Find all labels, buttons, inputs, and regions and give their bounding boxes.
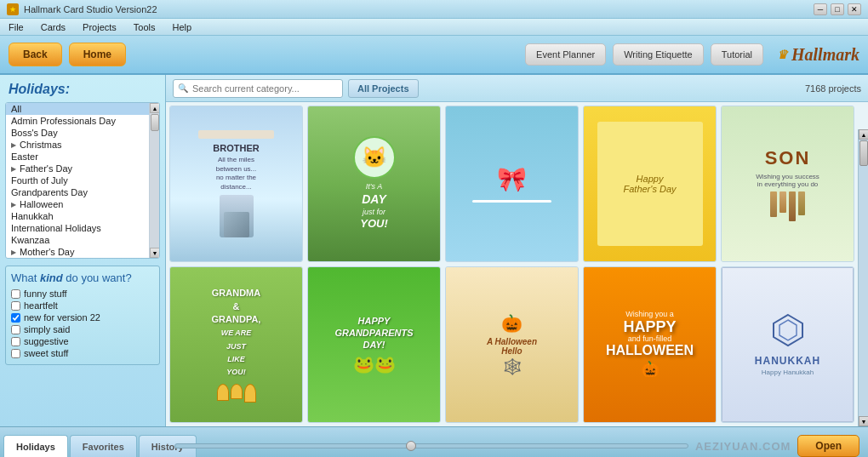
content-area: 🔍 All Projects 7168 projects BROTHER All… xyxy=(166,75,868,426)
hallmark-logo-text: Hallmark xyxy=(791,45,859,65)
sidebar-scrollbar: ▲ ▼ xyxy=(149,103,159,258)
card-visual-7: HAPPYGRANDPARENTSDAY! 🐸🐸 xyxy=(308,267,440,422)
event-planner-button[interactable]: Event Planner xyxy=(525,43,606,66)
scroll-down-button[interactable]: ▼ xyxy=(859,416,868,426)
search-wrapper: 🔍 xyxy=(173,79,343,98)
kind-item-suggestive[interactable]: suggestive xyxy=(11,335,154,347)
kind-item-new[interactable]: new for version 22 xyxy=(11,311,154,323)
card-item[interactable]: HANUKKAH Happy Hanukkah xyxy=(721,266,854,423)
menu-cards[interactable]: Cards xyxy=(37,20,69,34)
back-button[interactable]: Back xyxy=(9,43,62,66)
sidebar-item-mothers-day[interactable]: ▶Mother's Day xyxy=(6,246,149,258)
statusbar: AEZIYUAN.COM Open xyxy=(166,435,868,457)
scroll-up-button[interactable]: ▲ xyxy=(859,129,868,140)
sidebar-item-fathers-day[interactable]: ▶Father's Day xyxy=(6,163,149,174)
minimize-button[interactable]: ─ xyxy=(814,3,827,15)
project-count: 7168 projects xyxy=(805,83,861,94)
card-item[interactable]: 🐱 It's A DAY just for YOU! xyxy=(307,106,441,262)
tab-favorites[interactable]: Favorites xyxy=(70,435,137,457)
sidebar-item-hanukkah[interactable]: Hanukkah xyxy=(6,210,149,222)
arrow-icon: ▶ xyxy=(11,141,16,149)
menu-help[interactable]: Help xyxy=(169,20,196,34)
card-visual-6: GRANDMA&GRANDPA,WE AREJUSTLIKEYOU! xyxy=(170,267,302,422)
kind-item-heartfelt[interactable]: heartfelt xyxy=(11,300,154,311)
toolbar-right: Event Planner Writing Etiquette Tutorial… xyxy=(525,43,859,66)
card-item[interactable]: 🎃 A HalloweenHello 🕸️ xyxy=(445,266,579,423)
menu-tools[interactable]: Tools xyxy=(130,20,159,34)
arrow-icon: ▶ xyxy=(11,248,16,256)
toolbar: Back Home Event Planner Writing Etiquett… xyxy=(0,36,868,75)
kind-item-simply[interactable]: simply said xyxy=(11,323,154,335)
sidebar-title: Holidays: xyxy=(5,82,160,97)
bottom-bar: Holidays Favorites History AEZIYUAN.COM … xyxy=(0,426,868,457)
sidebar-item-kwanzaa[interactable]: Kwanzaa xyxy=(6,234,149,246)
sidebar-item-all[interactable]: All xyxy=(6,103,149,115)
simply-checkbox[interactable] xyxy=(11,325,20,334)
sidebar-item-christmas[interactable]: ▶Christmas xyxy=(6,139,149,151)
menubar: File Cards Projects Tools Help xyxy=(0,19,868,36)
new-checkbox[interactable] xyxy=(11,313,20,323)
scroll-up-button[interactable]: ▲ xyxy=(150,103,160,113)
tutorial-button[interactable]: Tutorial xyxy=(711,43,763,66)
card-item[interactable]: HAPPYGRANDPARENTSDAY! 🐸🐸 xyxy=(307,266,441,423)
sidebar-item-admin[interactable]: Admin Professionals Day xyxy=(6,115,149,127)
watermark-text: AEZIYUAN.COM xyxy=(695,440,791,453)
card-item[interactable]: HappyFather's Day xyxy=(583,106,717,262)
writing-etiquette-button[interactable]: Writing Etiquette xyxy=(613,43,704,66)
titlebar: ★ Hallmark Card Studio Version22 ─ □ ✕ xyxy=(0,0,868,19)
card-item[interactable]: Wishing you a HAPPY and fun-filled HALLO… xyxy=(583,266,717,423)
funny-checkbox[interactable] xyxy=(11,289,20,299)
hallmark-logo: ♛ Hallmark xyxy=(777,45,859,65)
sidebar-item-international[interactable]: International Holidays xyxy=(6,222,149,234)
sidebar-item-halloween[interactable]: ▶Halloween xyxy=(6,198,149,210)
scroll-thumb[interactable] xyxy=(859,140,868,166)
kind-section: What kind do you want? funny stuff heart… xyxy=(5,266,160,365)
close-button[interactable]: ✕ xyxy=(848,3,861,15)
menu-projects[interactable]: Projects xyxy=(79,20,120,34)
sidebar-list: All Admin Professionals Day Boss's Day ▶… xyxy=(6,103,159,258)
card-visual-4: HappyFather's Day xyxy=(584,106,716,261)
kind-title: What kind do you want? xyxy=(11,271,154,284)
app-title: Hallmark Card Studio Version22 xyxy=(24,4,157,14)
open-button[interactable]: Open xyxy=(797,435,859,457)
card-visual-1: BROTHER All the milesbetween us...no mat… xyxy=(170,106,302,261)
progress-thumb[interactable] xyxy=(406,441,416,451)
card-visual-3: 🎀 xyxy=(446,106,578,261)
sidebar-item-fourth-of-july[interactable]: Fourth of July xyxy=(6,174,149,186)
suggestive-checkbox[interactable] xyxy=(11,337,20,346)
filter-button[interactable]: All Projects xyxy=(348,79,419,98)
menu-file[interactable]: File xyxy=(5,20,27,34)
kind-item-sweet[interactable]: sweet stuff xyxy=(11,347,154,359)
card-item[interactable]: SON Wishing you successin everything you… xyxy=(721,106,854,262)
hallmark-crown-icon: ♛ xyxy=(777,48,788,61)
kind-item-funny[interactable]: funny stuff xyxy=(11,288,154,300)
card-item[interactable]: GRANDMA&GRANDPA,WE AREJUSTLIKEYOU! xyxy=(169,266,303,423)
search-input[interactable] xyxy=(173,79,343,98)
card-visual-2: 🐱 It's A DAY just for YOU! xyxy=(308,106,440,261)
home-button[interactable]: Home xyxy=(69,43,126,66)
card-item[interactable]: 🎀 xyxy=(445,106,579,262)
sidebar-list-wrapper: All Admin Professionals Day Boss's Day ▶… xyxy=(5,102,160,259)
scroll-track xyxy=(150,113,159,248)
scroll-down-button[interactable]: ▼ xyxy=(150,248,160,258)
sweet-checkbox[interactable] xyxy=(11,349,20,358)
app-icon: ★ xyxy=(7,3,19,15)
scroll-thumb[interactable] xyxy=(151,114,159,131)
tab-holidays[interactable]: Holidays xyxy=(3,435,68,457)
titlebar-left: ★ Hallmark Card Studio Version22 xyxy=(7,3,157,15)
sidebar-item-grandparents[interactable]: Grandparents Day xyxy=(6,186,149,198)
maximize-button[interactable]: □ xyxy=(831,3,844,15)
main-area: Holidays: All Admin Professionals Day Bo… xyxy=(0,75,868,426)
arrow-icon: ▶ xyxy=(11,165,16,173)
window-controls: ─ □ ✕ xyxy=(814,3,861,15)
search-bar: 🔍 All Projects 7168 projects xyxy=(166,75,868,102)
sidebar-item-bosss-day[interactable]: Boss's Day xyxy=(6,127,149,139)
card-grid-area: BROTHER All the milesbetween us...no mat… xyxy=(166,102,868,426)
tab-area: Holidays Favorites History xyxy=(0,427,166,457)
heartfelt-checkbox[interactable] xyxy=(11,301,20,311)
progress-bar xyxy=(174,443,688,448)
card-item[interactable]: BROTHER All the milesbetween us...no mat… xyxy=(169,106,303,262)
sidebar-item-easter[interactable]: Easter xyxy=(6,151,149,163)
card-visual-5: SON Wishing you successin everything you… xyxy=(722,106,854,261)
card-visual-8: 🎃 A HalloweenHello 🕸️ xyxy=(446,267,578,422)
